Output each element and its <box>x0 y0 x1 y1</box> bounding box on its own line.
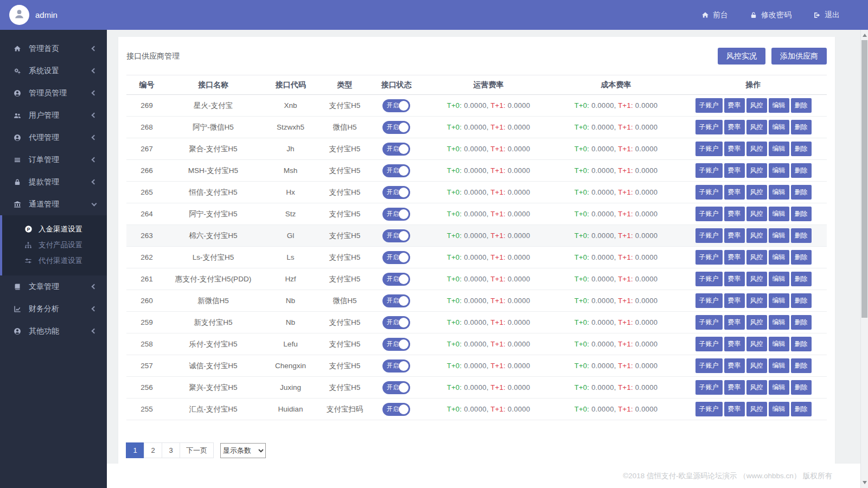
subaccount-button[interactable]: 子账户 <box>695 207 723 221</box>
page-button-1[interactable]: 1 <box>126 442 144 458</box>
sidebar-item-7[interactable]: 通道管理 <box>0 193 107 215</box>
risk-button[interactable]: 风控 <box>746 272 767 286</box>
sidebar-item-2[interactable]: 管理员管理 <box>0 82 107 104</box>
delete-button[interactable]: 删除 <box>791 185 812 200</box>
sidebar-subitem-0[interactable]: P入金渠道设置 <box>2 221 107 237</box>
rate-button[interactable]: 费率 <box>724 185 745 200</box>
subaccount-button[interactable]: 子账户 <box>695 228 723 243</box>
risk-button[interactable]: 风控 <box>746 120 767 134</box>
rate-button[interactable]: 费率 <box>724 207 745 221</box>
sidebar-item-10[interactable]: 其他功能 <box>0 320 107 342</box>
rate-button[interactable]: 费率 <box>724 228 745 243</box>
scroll-down-arrow-icon[interactable] <box>863 481 867 484</box>
status-toggle[interactable]: 开启 <box>382 99 410 112</box>
rate-button[interactable]: 费率 <box>724 120 745 134</box>
rate-button[interactable]: 费率 <box>724 293 745 308</box>
status-toggle[interactable]: 开启 <box>382 338 410 351</box>
rate-button[interactable]: 费率 <box>724 163 745 178</box>
status-toggle[interactable]: 开启 <box>382 359 410 373</box>
status-toggle[interactable]: 开启 <box>382 251 410 264</box>
scroll-up-arrow-icon[interactable] <box>863 34 867 37</box>
sidebar-item-0[interactable]: 管理首页 <box>0 37 107 60</box>
delete-button[interactable]: 删除 <box>791 380 812 395</box>
page-button-3[interactable]: 3 <box>162 442 180 458</box>
nav-logout[interactable]: 退出 <box>813 10 840 20</box>
sidebar-item-6[interactable]: 提款管理 <box>0 171 107 193</box>
rate-button[interactable]: 费率 <box>724 380 745 395</box>
delete-button[interactable]: 删除 <box>791 98 812 113</box>
vertical-scrollbar[interactable] <box>860 30 868 488</box>
sidebar-subitem-2[interactable]: 代付渠道设置 <box>2 253 107 268</box>
risk-button[interactable]: 风控 <box>746 98 767 113</box>
risk-live-button[interactable]: 风控实况 <box>718 48 765 65</box>
risk-button[interactable]: 风控 <box>746 402 767 416</box>
edit-button[interactable]: 编辑 <box>769 272 789 286</box>
edit-button[interactable]: 编辑 <box>769 185 789 200</box>
next-page-button[interactable]: 下一页 <box>180 442 214 458</box>
risk-button[interactable]: 风控 <box>746 142 767 156</box>
rate-button[interactable]: 费率 <box>724 402 745 416</box>
sidebar-item-9[interactable]: 财务分析 <box>0 298 107 320</box>
risk-button[interactable]: 风控 <box>746 337 767 351</box>
rate-button[interactable]: 费率 <box>724 272 745 286</box>
delete-button[interactable]: 删除 <box>791 358 812 373</box>
sidebar-item-8[interactable]: 文章管理 <box>0 275 107 298</box>
subaccount-button[interactable]: 子账户 <box>695 250 723 265</box>
subaccount-button[interactable]: 子账户 <box>695 293 723 308</box>
sidebar-item-5[interactable]: 订单管理 <box>0 149 107 171</box>
rate-button[interactable]: 费率 <box>724 358 745 373</box>
status-toggle[interactable]: 开启 <box>382 121 410 134</box>
edit-button[interactable]: 编辑 <box>769 402 789 416</box>
status-toggle[interactable]: 开启 <box>382 164 410 177</box>
delete-button[interactable]: 删除 <box>791 250 812 265</box>
subaccount-button[interactable]: 子账户 <box>695 315 723 330</box>
status-toggle[interactable]: 开启 <box>382 273 410 286</box>
edit-button[interactable]: 编辑 <box>769 142 789 156</box>
delete-button[interactable]: 删除 <box>791 402 812 416</box>
delete-button[interactable]: 删除 <box>791 163 812 178</box>
delete-button[interactable]: 删除 <box>791 315 812 330</box>
subaccount-button[interactable]: 子账户 <box>695 163 723 178</box>
subaccount-button[interactable]: 子账户 <box>695 337 723 351</box>
risk-button[interactable]: 风控 <box>746 228 767 243</box>
delete-button[interactable]: 删除 <box>791 207 812 221</box>
scrollbar-thumb[interactable] <box>861 40 867 318</box>
risk-button[interactable]: 风控 <box>746 250 767 265</box>
edit-button[interactable]: 编辑 <box>769 358 789 373</box>
rate-button[interactable]: 费率 <box>724 315 745 330</box>
edit-button[interactable]: 编辑 <box>769 163 789 178</box>
sidebar-item-3[interactable]: 用户管理 <box>0 104 107 126</box>
delete-button[interactable]: 删除 <box>791 120 812 134</box>
status-toggle[interactable]: 开启 <box>382 229 410 242</box>
sidebar-item-4[interactable]: 代理管理 <box>0 126 107 149</box>
risk-button[interactable]: 风控 <box>746 380 767 395</box>
risk-button[interactable]: 风控 <box>746 315 767 330</box>
status-toggle[interactable]: 开启 <box>382 403 410 416</box>
subaccount-button[interactable]: 子账户 <box>695 358 723 373</box>
subaccount-button[interactable]: 子账户 <box>695 142 723 156</box>
page-size-select[interactable]: 显示条数 <box>220 443 266 458</box>
risk-button[interactable]: 风控 <box>746 163 767 178</box>
edit-button[interactable]: 编辑 <box>769 380 789 395</box>
rate-button[interactable]: 费率 <box>724 98 745 113</box>
risk-button[interactable]: 风控 <box>746 207 767 221</box>
edit-button[interactable]: 编辑 <box>769 315 789 330</box>
delete-button[interactable]: 删除 <box>791 337 812 351</box>
subaccount-button[interactable]: 子账户 <box>695 98 723 113</box>
risk-button[interactable]: 风控 <box>746 185 767 200</box>
status-toggle[interactable]: 开启 <box>382 316 410 329</box>
edit-button[interactable]: 编辑 <box>769 207 789 221</box>
edit-button[interactable]: 编辑 <box>769 98 789 113</box>
status-toggle[interactable]: 开启 <box>382 294 410 307</box>
sidebar-item-1[interactable]: 系统设置 <box>0 60 107 82</box>
add-supplier-button[interactable]: 添加供应商 <box>771 48 827 65</box>
status-toggle[interactable]: 开启 <box>382 208 410 221</box>
edit-button[interactable]: 编辑 <box>769 250 789 265</box>
delete-button[interactable]: 删除 <box>791 293 812 308</box>
edit-button[interactable]: 编辑 <box>769 337 789 351</box>
risk-button[interactable]: 风控 <box>746 358 767 373</box>
nav-frontend[interactable]: 前台 <box>701 10 728 20</box>
edit-button[interactable]: 编辑 <box>769 293 789 308</box>
sidebar-subitem-1[interactable]: 支付产品设置 <box>2 237 107 253</box>
delete-button[interactable]: 删除 <box>791 272 812 286</box>
